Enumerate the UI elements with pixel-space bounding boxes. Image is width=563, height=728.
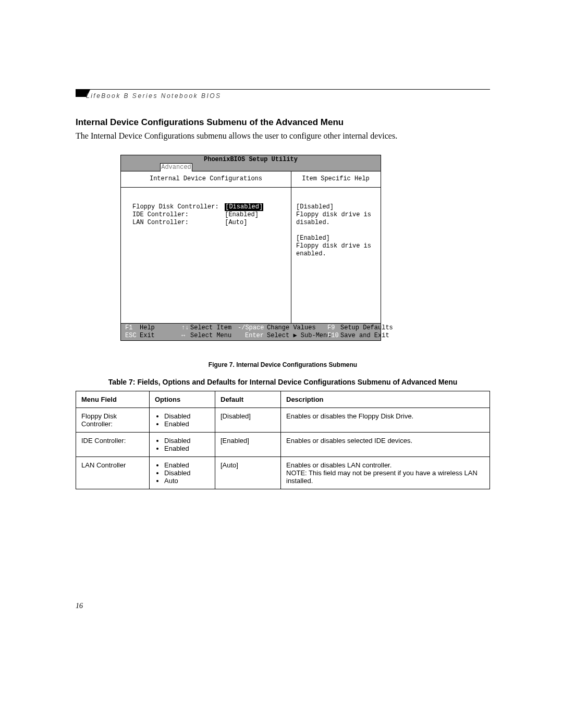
- bios-item-label: IDE Controller:: [132, 211, 221, 219]
- cell-field: Floppy Disk Controller:: [76, 408, 150, 433]
- table-row: IDE Controller: Disabled Enabled [Enable…: [76, 433, 490, 457]
- bios-item-label: LAN Controller:: [132, 219, 221, 227]
- label-change-values: Change Values: [267, 324, 316, 332]
- label-select-submenu: Select ▶ Sub-Menu: [267, 332, 331, 340]
- option-item: Enabled: [164, 461, 210, 469]
- table-row: LAN Controller Enabled Disabled Auto [Au…: [76, 457, 490, 489]
- options-table: Menu Field Options Default Description F…: [76, 391, 490, 489]
- key-enter[interactable]: Enter: [245, 332, 264, 340]
- bios-item-value[interactable]: [Enabled]: [225, 211, 259, 219]
- cell-default: [Auto]: [215, 457, 281, 489]
- bios-titlebar: PhoenixBIOS Setup Utility Advanced: [121, 155, 381, 171]
- bios-help-line: Floppy disk drive is disabled.: [296, 211, 378, 227]
- key-updown[interactable]: ↑↓: [181, 324, 189, 332]
- bios-item-value[interactable]: [Auto]: [225, 219, 247, 227]
- option-item: Disabled: [164, 412, 210, 420]
- cell-options: Disabled Enabled: [150, 408, 215, 433]
- label-select-menu: Select Menu: [190, 332, 231, 340]
- bios-help-line: Floppy disk drive is enabled.: [296, 242, 378, 258]
- label-exit: Exit: [140, 332, 155, 340]
- key-f9[interactable]: F9: [327, 324, 335, 332]
- th-menu-field: Menu Field: [76, 391, 150, 408]
- header-rule: [76, 89, 490, 90]
- cell-options: Enabled Disabled Auto: [150, 457, 215, 489]
- option-item: Disabled: [164, 469, 210, 477]
- bios-column-headers: Internal Device Configurations Item Spec…: [121, 171, 381, 188]
- cell-default: [Disabled]: [215, 408, 281, 433]
- bios-window: PhoenixBIOS Setup Utility Advanced Inter…: [120, 155, 381, 341]
- bios-item[interactable]: LAN Controller: [Auto]: [132, 219, 247, 227]
- figure-caption: Figure 7. Internal Device Configurations…: [76, 361, 490, 368]
- bios-footer: F1 Help ESC Exit ↑↓ Select Item ↔ Select…: [121, 323, 381, 340]
- option-item: Enabled: [164, 445, 210, 452]
- option-item: Enabled: [164, 420, 210, 428]
- cell-description: Enables or disables LAN controller. NOTE…: [281, 457, 490, 489]
- table-title: Table 7: Fields, Options and Defaults fo…: [76, 378, 490, 386]
- bios-right-heading: Item Specific Help: [291, 175, 381, 183]
- th-options: Options: [150, 391, 215, 408]
- label-select-item: Select Item: [190, 324, 231, 332]
- cell-description: Enables or disables the Floppy Disk Driv…: [281, 408, 490, 433]
- bios-item[interactable]: IDE Controller: [Enabled]: [132, 211, 259, 219]
- page: LifeBook B Series Notebook BIOS Internal…: [0, 0, 563, 728]
- th-default: Default: [215, 391, 281, 408]
- bios-body: Floppy Disk Controller: [Disabled] IDE C…: [121, 188, 381, 323]
- cell-description: Enables or disables selected IDE devices…: [281, 433, 490, 457]
- key-minus-space[interactable]: -/Space: [238, 324, 264, 332]
- key-f1[interactable]: F1: [125, 324, 132, 332]
- option-item: Auto: [164, 477, 210, 485]
- label-help: Help: [140, 324, 155, 332]
- option-item: Disabled: [164, 437, 210, 445]
- cell-field: LAN Controller: [76, 457, 150, 489]
- section-title: Internal Device Configurations Submenu o…: [76, 117, 344, 128]
- bios-left-heading: Internal Device Configurations: [121, 175, 291, 183]
- cell-options: Disabled Enabled: [150, 433, 215, 457]
- key-leftright[interactable]: ↔: [181, 332, 185, 340]
- th-description: Description: [281, 391, 490, 408]
- bios-app-title: PhoenixBIOS Setup Utility: [121, 156, 381, 164]
- running-header: LifeBook B Series Notebook BIOS: [86, 92, 222, 100]
- table-row: Floppy Disk Controller: Disabled Enabled…: [76, 408, 490, 433]
- page-number: 16: [76, 602, 83, 610]
- bios-item-label: Floppy Disk Controller:: [132, 203, 221, 211]
- bios-item[interactable]: Floppy Disk Controller: [Disabled]: [132, 203, 263, 211]
- cell-default: [Enabled]: [215, 433, 281, 457]
- bios-item-value[interactable]: [Disabled]: [225, 203, 263, 211]
- label-save-exit: Save and Exit: [340, 332, 389, 340]
- bios-help-line: [Enabled]: [296, 235, 378, 242]
- cell-field: IDE Controller:: [76, 433, 150, 457]
- table-header-row: Menu Field Options Default Description: [76, 391, 490, 408]
- key-f10[interactable]: F10: [327, 332, 339, 340]
- key-esc[interactable]: ESC: [125, 332, 137, 340]
- bios-vline: [291, 188, 291, 323]
- label-setup-defaults: Setup Defaults: [340, 324, 393, 332]
- section-intro: The Internal Device Configurations subme…: [76, 131, 397, 141]
- bios-tab-advanced[interactable]: Advanced: [160, 163, 192, 171]
- bios-help-line: [Disabled]: [296, 203, 378, 211]
